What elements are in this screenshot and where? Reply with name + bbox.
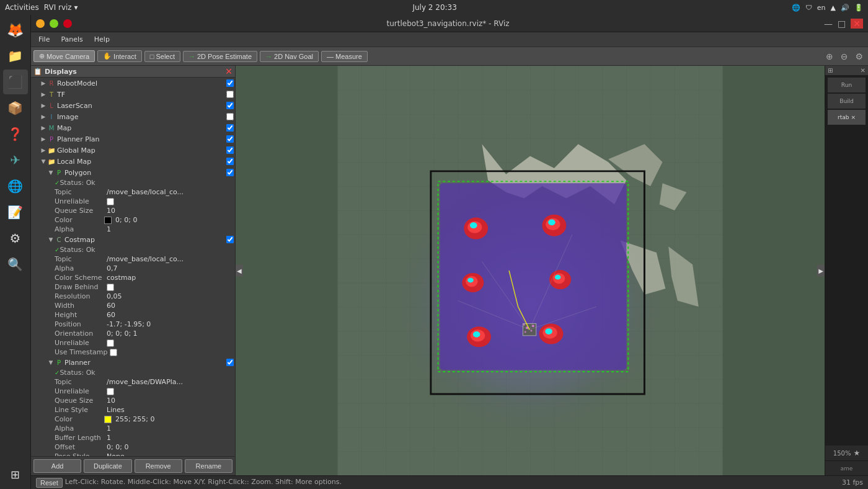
topic-value-planner[interactable]: /move_base/DWAPla... bbox=[107, 378, 183, 386]
plannerplan-checkbox[interactable] bbox=[226, 135, 234, 143]
menu-panels[interactable]: Panels bbox=[56, 34, 87, 45]
tree-item-polygon[interactable]: P Polygon bbox=[31, 167, 235, 178]
rviz-viewport[interactable] bbox=[236, 66, 825, 475]
tree-item-plannerplan[interactable]: P Planner Plan bbox=[31, 133, 235, 145]
toolbar-zoom-fit[interactable]: ⊕ bbox=[823, 50, 836, 63]
collapse-right-btn[interactable]: ▶ bbox=[817, 265, 825, 277]
tree-item-robotmodel[interactable]: R RobotModel bbox=[31, 78, 235, 89]
robotmodel-icon: R bbox=[47, 79, 56, 87]
unreliable-checkbox-costmap[interactable] bbox=[107, 339, 114, 347]
zoom-star-icon[interactable]: ★ bbox=[853, 449, 860, 457]
unreliable-checkbox-polygon[interactable] bbox=[107, 198, 114, 205]
tree-item-tf[interactable]: T TF bbox=[31, 89, 235, 100]
main-content: 📋 Displays ✕ R RobotModel bbox=[31, 66, 868, 475]
toolbar-select[interactable]: □ Select bbox=[144, 51, 180, 62]
tf-expand[interactable] bbox=[40, 91, 47, 98]
ide-build-tab[interactable]: Build bbox=[828, 94, 866, 109]
toolbar-zoom-out[interactable]: ⊖ bbox=[838, 50, 851, 63]
queuesize-value-polygon: 10 bbox=[107, 207, 115, 215]
maximize-button[interactable] bbox=[50, 19, 58, 28]
displays-panel-close[interactable]: ✕ bbox=[225, 67, 232, 76]
image-expand[interactable] bbox=[40, 113, 47, 120]
tf-checkbox[interactable] bbox=[226, 91, 234, 98]
ide-run-tab[interactable]: Run bbox=[828, 78, 866, 92]
unreliable-checkbox-planner[interactable] bbox=[107, 388, 114, 395]
costmap-expand[interactable] bbox=[47, 236, 55, 243]
win-btn-close-x[interactable]: ✕ bbox=[851, 19, 863, 29]
toolbar-pose-estimate[interactable]: → 2D Pose Estimate bbox=[183, 51, 257, 62]
close-button[interactable] bbox=[63, 19, 72, 28]
taskbar-settings[interactable]: ⚙ bbox=[3, 226, 28, 251]
plannerplan-expand[interactable] bbox=[40, 135, 47, 143]
tree-item-map[interactable]: M Map bbox=[31, 122, 235, 133]
taskbar-help[interactable]: ❓ bbox=[3, 122, 28, 146]
laserscan-checkbox[interactable] bbox=[226, 102, 234, 109]
globalmap-expand[interactable] bbox=[40, 146, 47, 154]
menu-help[interactable]: Help bbox=[89, 34, 115, 45]
win-btn-maximize[interactable]: □ bbox=[838, 19, 846, 29]
minimize-button[interactable] bbox=[36, 19, 45, 28]
tree-item-localmap[interactable]: 📁 Local Map bbox=[31, 156, 235, 167]
menu-file[interactable]: File bbox=[33, 34, 55, 45]
collapse-left-btn[interactable]: ◀ bbox=[236, 265, 243, 277]
planner-expand[interactable] bbox=[47, 359, 55, 366]
reset-button[interactable]: Reset bbox=[36, 478, 63, 488]
localmap-expand[interactable] bbox=[40, 158, 47, 165]
globalmap-checkbox[interactable] bbox=[226, 146, 234, 154]
prop-topic-costmap[interactable]: Topic /move_base/local_co... bbox=[31, 254, 235, 264]
app-name[interactable]: RVI rviz ▾ bbox=[44, 3, 78, 12]
toolbar-move-camera[interactable]: ⊕ Move Camera bbox=[33, 50, 95, 62]
tree-item-planner[interactable]: P Planner bbox=[31, 357, 235, 368]
costmap-checkbox[interactable] bbox=[226, 236, 234, 243]
polygon-checkbox[interactable] bbox=[226, 169, 234, 176]
topic-value-polygon[interactable]: /move_base/local_co... bbox=[107, 188, 184, 196]
add-button[interactable]: Add bbox=[33, 459, 81, 473]
ide-rtab-tab[interactable]: rtab × bbox=[828, 110, 866, 125]
prop-topic-planner[interactable]: Topic /move_base/DWAPla... bbox=[31, 377, 235, 387]
tree-item-image[interactable]: I Image bbox=[31, 111, 235, 122]
tree-item-globalmap[interactable]: 📁 Global Map bbox=[31, 145, 235, 156]
tree-item-laserscan[interactable]: L LaserScan bbox=[31, 100, 235, 111]
taskbar-software[interactable]: 📦 bbox=[3, 96, 28, 120]
toolbar-nav-goal[interactable]: → 2D Nav Goal bbox=[260, 51, 319, 62]
localmap-checkbox[interactable] bbox=[226, 158, 234, 165]
taskbar-vscode[interactable]: 📝 bbox=[3, 200, 28, 225]
color-swatch-planner[interactable] bbox=[104, 416, 112, 423]
robotmodel-expand[interactable] bbox=[40, 79, 47, 87]
rename-button[interactable]: Rename bbox=[185, 459, 232, 473]
toolbar-interact[interactable]: ✋ Interact bbox=[97, 50, 142, 62]
color-swatch-polygon[interactable] bbox=[104, 217, 112, 224]
map-checkbox[interactable] bbox=[226, 124, 234, 132]
image-checkbox[interactable] bbox=[226, 113, 234, 120]
taskbar-telegram[interactable]: ✈ bbox=[3, 148, 28, 173]
drawbehind-checkbox-costmap[interactable] bbox=[107, 284, 114, 291]
polygon-expand[interactable] bbox=[47, 169, 55, 176]
topic-value-costmap[interactable]: /move_base/local_co... bbox=[107, 255, 184, 263]
taskbar-grid[interactable]: ⊞ bbox=[3, 462, 28, 487]
polygon-icon: P bbox=[55, 168, 63, 177]
map-expand[interactable] bbox=[40, 124, 47, 132]
win-btn-minimize[interactable]: — bbox=[824, 19, 833, 29]
toolbar-measure[interactable]: — Measure bbox=[321, 51, 368, 62]
status-label-planner: Status: Ok bbox=[60, 369, 109, 377]
ide-panel-expand[interactable]: ⊞ bbox=[828, 67, 833, 74]
taskbar-search[interactable]: 🔍 bbox=[3, 252, 28, 277]
prop-topic-polygon[interactable]: Topic /move_base/local_co... bbox=[31, 187, 235, 197]
taskbar-firefox[interactable]: 🦊 bbox=[3, 17, 28, 42]
localmap-label: Local Map bbox=[57, 158, 224, 166]
taskbar-terminal[interactable]: ⬛ bbox=[3, 70, 28, 94]
image-label: Image bbox=[57, 113, 224, 121]
usetimestamp-checkbox-costmap[interactable] bbox=[110, 349, 117, 356]
remove-button[interactable]: Remove bbox=[135, 459, 182, 473]
tree-item-costmap[interactable]: C Costmap bbox=[31, 234, 235, 245]
taskbar-files[interactable]: 📁 bbox=[3, 43, 28, 68]
taskbar-chromium[interactable]: 🌐 bbox=[3, 174, 28, 199]
activities-label[interactable]: Activities bbox=[5, 3, 39, 12]
battery-icon: 🔋 bbox=[854, 4, 863, 12]
planner-checkbox[interactable] bbox=[226, 359, 234, 366]
toolbar-settings[interactable]: ⚙ bbox=[852, 50, 866, 63]
robotmodel-checkbox[interactable] bbox=[226, 79, 234, 87]
duplicate-button[interactable]: Duplicate bbox=[84, 459, 131, 473]
laserscan-expand[interactable] bbox=[40, 102, 47, 109]
ide-panel-close[interactable]: ✕ bbox=[861, 67, 866, 74]
